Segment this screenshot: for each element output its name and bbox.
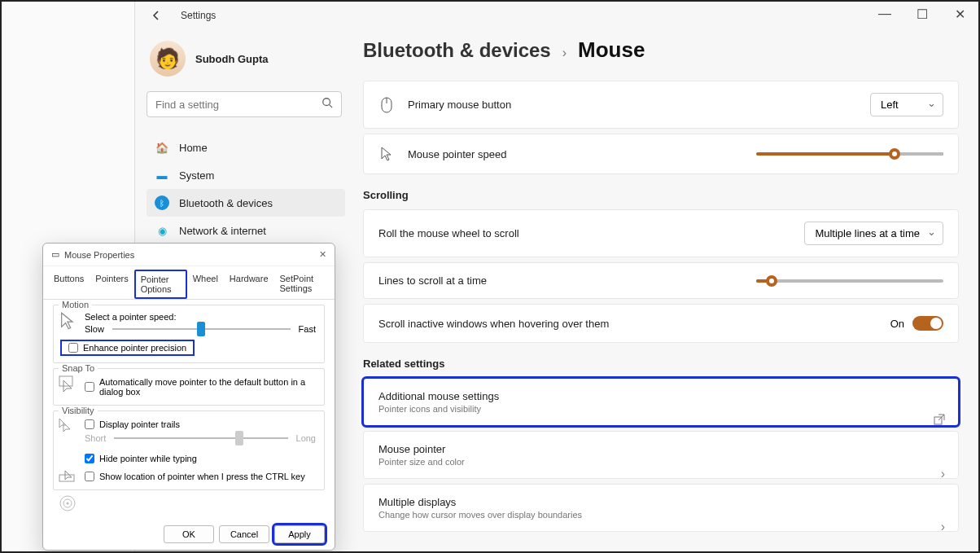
system-icon: ▬ [155, 168, 169, 182]
mouse-icon [378, 97, 395, 113]
card-label: Mouse pointer speed [408, 148, 506, 160]
dialog-title: Mouse Properties [64, 250, 134, 260]
window-controls: — ☐ ✕ [866, 2, 978, 26]
svg-rect-4 [59, 376, 72, 386]
pointer-speed-row: Mouse pointer speed [363, 134, 959, 174]
long-label: Long [296, 433, 316, 443]
bluetooth-icon: ᛒ [155, 195, 169, 210]
user-block[interactable]: 🧑 Subodh Gupta [147, 34, 345, 91]
scroll-wheel-row: Roll the mouse wheel to scroll Multiple … [363, 209, 959, 257]
snap-checkbox[interactable] [85, 382, 94, 392]
search-icon [322, 97, 333, 112]
scroll-inactive-toggle[interactable] [912, 316, 943, 331]
tab-pointers[interactable]: Pointers [90, 270, 133, 299]
lines-scroll-row: Lines to scroll at a time [363, 262, 959, 299]
hide-typing-checkbox[interactable] [85, 454, 94, 463]
link-subtitle: Pointer icons and visibility [378, 404, 943, 414]
trails-checkbox[interactable] [85, 419, 94, 429]
dialog-body: Motion Select a pointer speed: Slow Fast… [43, 300, 335, 498]
breadcrumb-parent[interactable]: Bluetooth & devices [363, 39, 551, 62]
sidebar-item-label: Network & internet [179, 225, 266, 237]
primary-mouse-button-row: Primary mouse button Left [363, 81, 959, 129]
card-label: Primary mouse button [408, 99, 511, 111]
visibility-group: Visibility Display pointer trails Short … [53, 410, 325, 490]
snap-to-group: Snap To Automatically move pointer to th… [53, 368, 325, 406]
ctrl-locate-label: Show location of pointer when I press th… [99, 472, 305, 481]
maximize-button[interactable]: ☐ [903, 2, 941, 26]
pointer-icon [59, 312, 78, 331]
close-button[interactable]: ✕ [941, 2, 978, 26]
sidebar-item-label: Bluetooth & devices [179, 197, 273, 209]
hide-pointer-icon [59, 470, 78, 489]
select-speed-label: Select a pointer speed: [85, 312, 316, 322]
tab-pointer-options[interactable]: Pointer Options [134, 270, 187, 299]
dialog-tabs: Buttons Pointers Pointer Options Wheel H… [43, 266, 335, 300]
additional-mouse-settings-link[interactable]: Additional mouse settings Pointer icons … [363, 378, 959, 426]
back-button[interactable] [148, 7, 164, 24]
link-title: Additional mouse settings [378, 390, 943, 402]
sidebar-item-home[interactable]: 🏠 Home [147, 134, 345, 161]
multiple-displays-link[interactable]: Multiple displays Change how cursor move… [363, 484, 959, 532]
link-subtitle: Pointer size and color [378, 457, 943, 467]
svg-point-8 [67, 503, 69, 505]
title-bar: Settings — ☐ ✕ [135, 2, 978, 29]
ok-button[interactable]: OK [164, 525, 214, 543]
section-related: Related settings [363, 358, 959, 370]
tab-hardware[interactable]: Hardware [224, 270, 274, 299]
group-legend: Snap To [59, 363, 98, 373]
minimize-button[interactable]: — [866, 2, 903, 26]
search-field[interactable] [155, 99, 322, 111]
sidebar-item-network[interactable]: ◉ Network & internet [147, 217, 345, 244]
nav-list: 🏠 Home ▬ System ᛒ Bluetooth & devices ◉ … [147, 134, 345, 244]
home-icon: 🏠 [155, 140, 169, 155]
snap-icon [59, 375, 78, 395]
link-subtitle: Change how cursor moves over display bou… [378, 510, 943, 520]
card-label: Scroll inactive windows when hovering ov… [378, 318, 609, 330]
page-title: Mouse [578, 37, 645, 63]
enhance-precision-row[interactable]: Enhance pointer precision [60, 340, 195, 356]
link-title: Mouse pointer [378, 443, 943, 455]
short-label: Short [85, 433, 106, 443]
cursor-icon [378, 146, 395, 162]
sidebar-item-label: System [179, 169, 214, 182]
tab-buttons[interactable]: Buttons [48, 270, 90, 299]
enhance-precision-checkbox[interactable] [68, 343, 78, 353]
toggle-state: On [890, 318, 904, 330]
scroll-inactive-row: Scroll inactive windows when hovering ov… [363, 304, 959, 343]
hide-typing-label: Hide pointer while typing [99, 454, 197, 463]
chevron-right-icon: › [941, 520, 945, 534]
chevron-right-icon: › [562, 46, 567, 60]
section-scrolling: Scrolling [363, 189, 959, 201]
svg-point-0 [323, 99, 330, 106]
sidebar-item-bluetooth[interactable]: ᛒ Bluetooth & devices [147, 189, 345, 217]
chevron-right-icon: › [941, 467, 945, 481]
link-title: Multiple displays [378, 496, 943, 508]
slow-label: Slow [85, 324, 104, 334]
user-name: Subodh Gupta [195, 53, 269, 65]
primary-button-dropdown[interactable]: Left [870, 93, 943, 116]
pointer-speed-slider[interactable] [756, 152, 943, 156]
pointer-speed-classic-slider[interactable] [112, 322, 291, 336]
group-legend: Visibility [59, 406, 98, 415]
cancel-button[interactable]: Cancel [219, 525, 269, 543]
dialog-title-bar[interactable]: ▭ Mouse Properties ✕ [43, 244, 335, 266]
mouse-pointer-link[interactable]: Mouse pointer Pointer size and color › [363, 431, 959, 479]
search-input[interactable] [147, 91, 342, 117]
motion-group: Motion Select a pointer speed: Slow Fast… [53, 305, 325, 363]
dialog-close-button[interactable]: ✕ [319, 249, 326, 260]
group-legend: Motion [59, 300, 92, 309]
trails-slider[interactable] [114, 431, 287, 445]
ctrl-locate-checkbox[interactable] [85, 472, 94, 481]
enhance-precision-label: Enhance pointer precision [83, 343, 186, 353]
external-link-icon [934, 414, 945, 428]
sidebar-item-system[interactable]: ▬ System [147, 161, 345, 189]
lines-scroll-slider[interactable] [756, 279, 943, 283]
window-title: Settings [181, 10, 216, 21]
tab-wheel[interactable]: Wheel [187, 270, 224, 299]
apply-button[interactable]: Apply [274, 525, 325, 543]
avatar: 🧑 [150, 41, 186, 77]
sidebar-item-label: Home [179, 142, 208, 154]
snap-label: Automatically move pointer to the defaul… [99, 377, 316, 397]
scroll-wheel-dropdown[interactable]: Multiple lines at a time [804, 222, 943, 245]
tab-setpoint[interactable]: SetPoint Settings [274, 270, 330, 299]
